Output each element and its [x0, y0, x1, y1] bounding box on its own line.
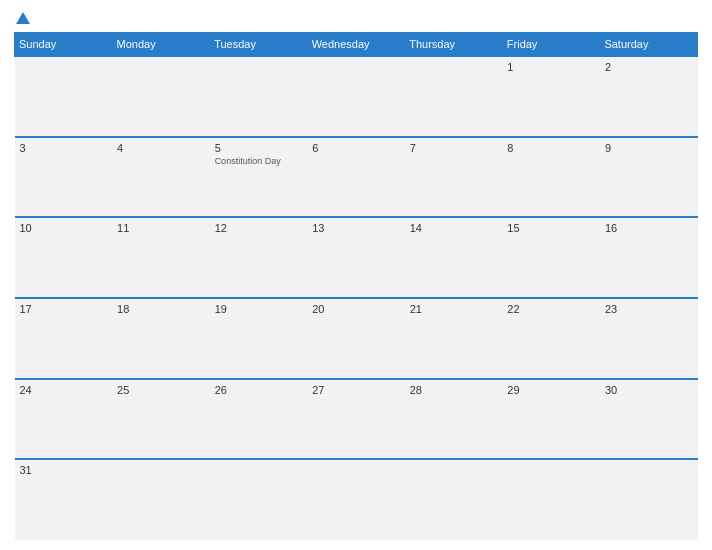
day-number: 2	[605, 61, 693, 73]
calendar-cell: 29	[502, 379, 600, 460]
calendar-cell: 14	[405, 217, 503, 298]
day-header-tuesday: Tuesday	[210, 33, 308, 57]
day-number: 29	[507, 384, 595, 396]
calendar-cell: 26	[210, 379, 308, 460]
day-number: 10	[20, 222, 108, 234]
day-number: 22	[507, 303, 595, 315]
day-number: 11	[117, 222, 205, 234]
day-number: 24	[20, 384, 108, 396]
calendar-cell: 23	[600, 298, 698, 379]
logo-general-text	[14, 10, 30, 26]
calendar-cell: 15	[502, 217, 600, 298]
day-number: 17	[20, 303, 108, 315]
day-header-thursday: Thursday	[405, 33, 503, 57]
calendar-cell: 27	[307, 379, 405, 460]
calendar-cell: 31	[15, 459, 113, 540]
day-header-friday: Friday	[502, 33, 600, 57]
day-number: 21	[410, 303, 498, 315]
logo-triangle-icon	[16, 12, 30, 24]
day-number: 3	[20, 142, 108, 154]
calendar-page: SundayMondayTuesdayWednesdayThursdayFrid…	[0, 0, 712, 550]
calendar-cell: 19	[210, 298, 308, 379]
calendar-header	[14, 10, 698, 26]
day-number: 15	[507, 222, 595, 234]
calendar-cell	[405, 459, 503, 540]
calendar-body: 12345Constitution Day6789101112131415161…	[15, 56, 698, 540]
day-number: 26	[215, 384, 303, 396]
calendar-cell: 10	[15, 217, 113, 298]
calendar-cell: 5Constitution Day	[210, 137, 308, 218]
calendar-cell: 25	[112, 379, 210, 460]
calendar-cell: 2	[600, 56, 698, 137]
event-label: Constitution Day	[215, 156, 303, 166]
day-number: 31	[20, 464, 108, 476]
day-number: 19	[215, 303, 303, 315]
calendar-cell: 8	[502, 137, 600, 218]
calendar-cell: 22	[502, 298, 600, 379]
calendar-cell: 9	[600, 137, 698, 218]
calendar-cell	[307, 56, 405, 137]
calendar-header-row: SundayMondayTuesdayWednesdayThursdayFrid…	[15, 33, 698, 57]
day-number: 30	[605, 384, 693, 396]
calendar-cell: 17	[15, 298, 113, 379]
calendar-week-1: 345Constitution Day6789	[15, 137, 698, 218]
day-number: 4	[117, 142, 205, 154]
day-header-sunday: Sunday	[15, 33, 113, 57]
calendar-cell: 1	[502, 56, 600, 137]
day-number: 14	[410, 222, 498, 234]
calendar-cell: 16	[600, 217, 698, 298]
calendar-cell: 28	[405, 379, 503, 460]
calendar-cell: 6	[307, 137, 405, 218]
day-number: 25	[117, 384, 205, 396]
calendar-week-4: 24252627282930	[15, 379, 698, 460]
calendar-cell	[210, 459, 308, 540]
day-number: 12	[215, 222, 303, 234]
logo	[14, 10, 30, 26]
calendar-cell	[600, 459, 698, 540]
calendar-week-3: 17181920212223	[15, 298, 698, 379]
calendar-cell	[112, 56, 210, 137]
calendar-cell: 12	[210, 217, 308, 298]
day-header-saturday: Saturday	[600, 33, 698, 57]
day-header-monday: Monday	[112, 33, 210, 57]
day-number: 27	[312, 384, 400, 396]
calendar-cell: 24	[15, 379, 113, 460]
calendar-week-2: 10111213141516	[15, 217, 698, 298]
calendar-cell: 30	[600, 379, 698, 460]
day-number: 9	[605, 142, 693, 154]
day-number: 23	[605, 303, 693, 315]
calendar-cell	[15, 56, 113, 137]
calendar-cell: 21	[405, 298, 503, 379]
calendar-cell: 20	[307, 298, 405, 379]
day-number: 5	[215, 142, 303, 154]
day-number: 6	[312, 142, 400, 154]
calendar-cell: 11	[112, 217, 210, 298]
day-number: 18	[117, 303, 205, 315]
calendar-table: SundayMondayTuesdayWednesdayThursdayFrid…	[14, 32, 698, 540]
day-number: 16	[605, 222, 693, 234]
calendar-week-0: 12	[15, 56, 698, 137]
calendar-cell: 13	[307, 217, 405, 298]
day-number: 1	[507, 61, 595, 73]
day-number: 20	[312, 303, 400, 315]
calendar-cell	[307, 459, 405, 540]
day-number: 8	[507, 142, 595, 154]
day-number: 28	[410, 384, 498, 396]
day-number: 13	[312, 222, 400, 234]
calendar-cell: 18	[112, 298, 210, 379]
calendar-cell: 4	[112, 137, 210, 218]
calendar-cell	[405, 56, 503, 137]
calendar-cell: 7	[405, 137, 503, 218]
calendar-week-5: 31	[15, 459, 698, 540]
calendar-cell	[502, 459, 600, 540]
calendar-cell	[112, 459, 210, 540]
calendar-cell	[210, 56, 308, 137]
calendar-cell: 3	[15, 137, 113, 218]
day-header-wednesday: Wednesday	[307, 33, 405, 57]
day-number: 7	[410, 142, 498, 154]
